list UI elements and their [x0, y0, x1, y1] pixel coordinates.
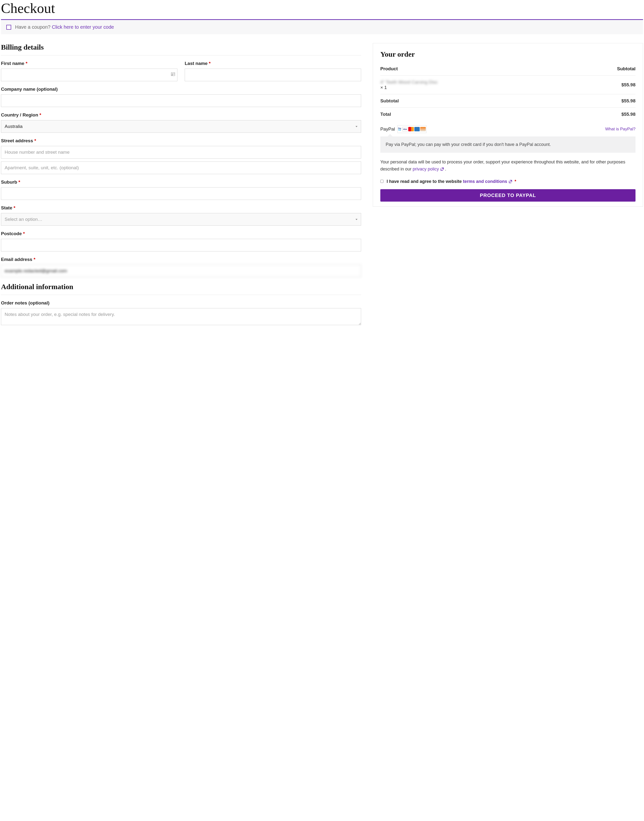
company-input[interactable] — [1, 94, 361, 107]
coupon-question: Have a coupon? — [15, 24, 51, 30]
coupon-text: Have a coupon? Click here to enter your … — [15, 24, 114, 30]
postcode-input[interactable] — [1, 239, 361, 251]
terms-row: I have read and agree to the website ter… — [380, 178, 635, 185]
order-item-qty: × 1 — [380, 85, 387, 90]
external-link-icon — [441, 166, 444, 169]
street-input[interactable] — [1, 146, 361, 158]
last-name-input[interactable] — [185, 69, 361, 81]
first-name-label: First name * — [1, 61, 178, 66]
email-label: Email address * — [1, 257, 361, 262]
payment-method-label: PayPal — [380, 126, 395, 132]
total-label: Total — [380, 108, 573, 121]
order-summary-box: Your order Product Subtotal 4" Teeth Woo… — [373, 43, 643, 207]
subtotal-header: Subtotal — [573, 62, 635, 75]
additional-heading: Additional information — [1, 283, 361, 291]
chevron-down-icon — [356, 126, 357, 127]
terms-link[interactable]: terms and conditions — [463, 179, 513, 184]
total-row: Total $55.98 — [380, 108, 635, 121]
order-notes-textarea[interactable] — [1, 308, 361, 325]
contact-card-icon — [171, 72, 175, 76]
svg-rect-4 — [172, 75, 173, 75]
country-select[interactable]: Australia — [1, 120, 361, 133]
order-table: Product Subtotal 4" Teeth Wood Carving D… — [380, 62, 635, 121]
postcode-label: Postcode * — [1, 231, 361, 237]
state-select[interactable]: Select an option… — [1, 213, 361, 226]
external-link-icon — [509, 178, 512, 181]
paypal-cards-icon: PayPal VISA — [397, 125, 426, 133]
privacy-text: Your personal data will be used to proce… — [380, 158, 635, 173]
what-is-paypal-link[interactable]: What is PayPal? — [605, 127, 635, 132]
last-name-label: Last name * — [185, 61, 361, 66]
privacy-policy-link[interactable]: privacy policy — [412, 167, 445, 171]
state-placeholder: Select an option… — [5, 217, 42, 222]
country-label: Country / Region * — [1, 112, 361, 118]
coupon-icon — [6, 25, 11, 30]
paypal-description: Pay via PayPal; you can pay with your cr… — [380, 137, 635, 153]
terms-checkbox[interactable] — [380, 180, 383, 183]
suburb-label: Suburb * — [1, 180, 361, 185]
country-value: Australia — [5, 124, 23, 129]
page-title: Checkout — [1, 0, 643, 16]
payment-method-row: PayPal PayPal VISA What is PayPal? — [380, 121, 635, 137]
company-label: Company name (optional) — [1, 86, 361, 92]
coupon-bar: Have a coupon? Click here to enter your … — [1, 19, 643, 34]
suburb-input[interactable] — [1, 187, 361, 200]
coupon-link[interactable]: Click here to enter your code — [52, 24, 114, 30]
street-label: Street address * — [1, 138, 361, 143]
subtotal-row: Subtotal $55.98 — [380, 94, 635, 108]
terms-required: * — [514, 179, 516, 184]
street2-input[interactable] — [1, 161, 361, 174]
chevron-down-icon — [356, 219, 357, 220]
order-heading: Your order — [380, 50, 635, 58]
email-input[interactable] — [1, 264, 361, 277]
order-item-row: 4" Teeth Wood Carving Disc × 1 $55.98 — [380, 75, 635, 94]
state-label: State * — [1, 205, 361, 211]
first-name-input[interactable] — [1, 69, 178, 81]
svg-point-1 — [172, 74, 173, 74]
subtotal-value: $55.98 — [573, 94, 635, 108]
proceed-to-paypal-button[interactable]: PROCEED TO PAYPAL — [380, 189, 635, 201]
order-item-price: $55.98 — [573, 75, 635, 94]
product-header: Product — [380, 62, 573, 75]
notes-label: Order notes (optional) — [1, 300, 361, 306]
order-item-name: 4" Teeth Wood Carving Disc — [380, 80, 438, 85]
total-value: $55.98 — [573, 108, 635, 121]
terms-prefix: I have read and agree to the website — [386, 179, 462, 184]
subtotal-label: Subtotal — [380, 94, 573, 108]
billing-heading: Billing details — [1, 43, 361, 51]
